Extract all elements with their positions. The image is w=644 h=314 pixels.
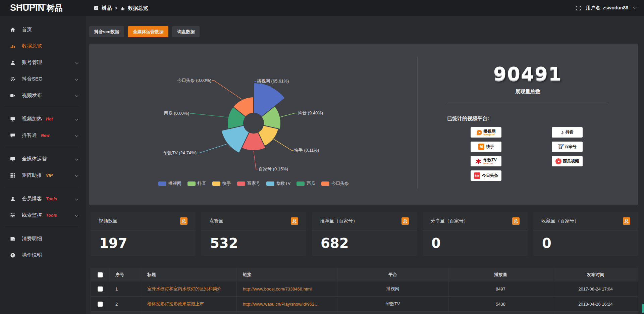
chevron-down-icon[interactable]: [75, 197, 78, 201]
col-header-time: 发布时间: [553, 268, 638, 281]
chevron-down-icon[interactable]: [75, 117, 78, 121]
legend-label: 快手: [222, 180, 231, 187]
legend-swatch: [187, 181, 196, 186]
cell-link[interactable]: http://www.boosj.com/7338468.html: [237, 281, 337, 297]
table-row-partial: [91, 312, 638, 314]
sidebar-item-15[interactable]: 消费明细: [0, 230, 86, 247]
xigua-logo-icon: [555, 158, 561, 164]
main-content: 抖音seo数据全媒体运营数据询盘数据 播视网 (65.61%)抖音 (9.40%…: [86, 16, 644, 314]
stat-card-label: 视频数量: [99, 218, 117, 224]
platform-column-left: 播视网boosj.com66快手华数TVwasu.cn头条今日头条: [471, 127, 501, 181]
chart-legend: 播视网抖音快手百家号华数TV西瓜今日头条: [89, 180, 418, 187]
table-row: 1室外水纹灯和室内水纹灯的区别和简介http://www.boosj.com/7…: [91, 281, 638, 297]
chevron-down-icon[interactable]: [75, 94, 78, 97]
sidebar-item-label: 视频加热: [22, 116, 42, 122]
user-icon: [10, 60, 16, 65]
cell-title[interactable]: 室外水纹灯和室内水纹灯的区别和简介: [141, 281, 237, 297]
chevron-down-icon[interactable]: [75, 157, 78, 161]
sidebar-item-9[interactable]: 全媒体运营: [0, 151, 86, 167]
video-icon: [10, 93, 16, 98]
chat-icon: [10, 133, 16, 138]
sidebar-item-3[interactable]: 抖音SEO: [0, 71, 86, 87]
legend-item-快手[interactable]: 快手: [212, 180, 231, 187]
sidebar-item-label: 操作说明: [22, 252, 42, 258]
pie-label-line: [273, 139, 293, 150]
help-icon: ?: [10, 253, 16, 258]
sidebar-divider: [5, 187, 78, 187]
sidebar-item-7[interactable]: 抖客通New: [0, 127, 86, 144]
sidebar-item-10[interactable]: 矩阵助推VIP: [0, 167, 86, 184]
row-checkbox[interactable]: [98, 286, 103, 292]
select-all-checkbox[interactable]: [98, 272, 103, 277]
chevron-down-icon[interactable]: [75, 61, 78, 64]
platform-column-right: ♪抖音百百家号西瓜视频: [552, 127, 583, 166]
app-logo[interactable]: SHUPIN 树品: [0, 3, 86, 13]
cell-num: 2: [109, 297, 141, 312]
pie-label: 西瓜 (0.00%): [164, 111, 189, 116]
heat-icon: [10, 116, 16, 122]
grid-icon: [10, 173, 16, 178]
sidebar-item-4[interactable]: 视频发布: [0, 87, 86, 104]
legend-item-百家号[interactable]: 百家号: [237, 180, 260, 187]
chevron-down-icon[interactable]: [75, 174, 78, 177]
cell-link[interactable]: http://www.wasu.cn/Play/show/id/952…: [237, 297, 337, 312]
sidebar-item-12[interactable]: 会员爆客Tools: [0, 191, 86, 207]
pie-label: 百家号 (0.15%): [259, 166, 288, 171]
sidebar-item-tag: Tools: [46, 213, 57, 218]
col-header-plays: 播放量: [448, 268, 553, 281]
stat-card-value: 682: [312, 230, 417, 251]
tab-0[interactable]: 抖音seo数据: [89, 26, 124, 37]
legend-item-今日头条[interactable]: 今日头条: [321, 180, 349, 187]
platform-badge-播视网: 播视网boosj.com: [471, 127, 501, 138]
wallet-icon: [10, 236, 16, 242]
legend-item-抖音[interactable]: 抖音: [187, 180, 206, 187]
cell-plays: 8497: [448, 281, 553, 297]
platforms-label: 已统计的视频平台:: [447, 115, 638, 122]
chevron-down-icon[interactable]: [75, 134, 78, 137]
chevron-down-icon[interactable]: [75, 77, 78, 81]
sidebar-item-0[interactable]: 首页: [0, 21, 86, 38]
legend-label: 华数TV: [276, 180, 291, 187]
breadcrumb-root[interactable]: 树品: [102, 5, 112, 11]
platform-badges: 播视网boosj.com66快手华数TVwasu.cn头条今日头条 ♪抖音百百家…: [418, 127, 638, 188]
fullscreen-icon[interactable]: [576, 5, 581, 11]
cell-platform: 播视网: [337, 281, 448, 297]
scrollbar-thumb[interactable]: [642, 304, 644, 313]
legend-label: 今日头条: [331, 180, 349, 187]
monitor-icon: [10, 156, 16, 162]
sidebar-item-16[interactable]: ?操作说明: [0, 247, 86, 263]
sidebar-item-tag: VIP: [46, 173, 53, 178]
total-badge: 总: [512, 217, 520, 225]
sidebar-item-label: 抖音SEO: [22, 76, 43, 82]
pie-label-line: [197, 144, 228, 153]
sidebar-item-2[interactable]: 账号管理: [0, 54, 86, 71]
home-icon: [10, 27, 16, 33]
legend-item-西瓜[interactable]: 西瓜: [297, 180, 315, 187]
legend-item-华数TV[interactable]: 华数TV: [266, 180, 291, 187]
pie-label: 快手 (0.11%): [294, 148, 319, 153]
username-label[interactable]: 用户名: zswodun88: [586, 5, 628, 11]
chevron-down-icon[interactable]: [75, 214, 78, 217]
chart-panel: 播视网 (65.61%)抖音 (9.40%)快手 (0.11%)百家号 (0.1…: [89, 44, 638, 205]
pie-label-line: [254, 151, 258, 169]
sidebar-item-6[interactable]: 视频加热Hot: [0, 111, 86, 127]
tab-1[interactable]: 全媒体运营数据: [128, 26, 168, 37]
users-icon: [10, 196, 16, 202]
cell-title[interactable]: 楼体投影灯投影效果震撼上市: [141, 297, 237, 312]
sidebar-item-label: 矩阵助推: [22, 172, 42, 178]
topbar-right: 用户名: zswodun88: [576, 5, 644, 11]
sidebar-item-1[interactable]: 数据总览: [0, 38, 86, 54]
tab-2[interactable]: 询盘数据: [172, 26, 200, 37]
pie-label: 华数TV (24.74%): [163, 150, 197, 155]
sidebar: 首页数据总览账号管理抖音SEO视频发布视频加热Hot抖客通New全媒体运营矩阵助…: [0, 16, 86, 314]
logo-arc-decoration: [15, 4, 54, 12]
legend-item-播视网[interactable]: 播视网: [158, 180, 181, 187]
sidebar-nav: 首页数据总览账号管理抖音SEO视频发布视频加热Hot抖客通New全媒体运营矩阵助…: [0, 21, 86, 263]
sidebar-item-tag: Tools: [46, 197, 57, 201]
total-impressions-value: 90491: [418, 64, 638, 83]
sidebar-item-13[interactable]: 线索监控Tools: [0, 207, 86, 223]
stat-card-value: 532: [201, 230, 306, 251]
chevron-down-icon[interactable]: [633, 5, 637, 9]
row-checkbox[interactable]: [98, 302, 103, 307]
total-badge: 总: [180, 217, 187, 225]
